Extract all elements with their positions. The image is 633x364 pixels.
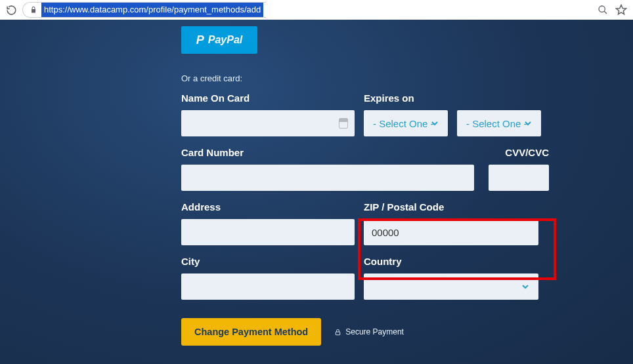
- bookmark-star-icon[interactable]: [615, 3, 628, 16]
- expires-on-label: Expires on: [364, 92, 544, 104]
- address-bar[interactable]: https://www.datacamp.com/profile/payment…: [22, 2, 266, 18]
- expiry-month-select[interactable]: - Select One -: [364, 110, 448, 136]
- svg-marker-2: [617, 5, 626, 14]
- cvv-label: CVV/CVC: [489, 147, 549, 158]
- city-input[interactable]: [181, 273, 355, 300]
- cvv-input[interactable]: [489, 165, 549, 191]
- zip-input[interactable]: [364, 219, 538, 245]
- zoom-icon[interactable]: [596, 3, 609, 16]
- country-label: Country: [364, 256, 538, 267]
- country-select[interactable]: [364, 273, 538, 300]
- address-input[interactable]: [181, 219, 355, 245]
- expiry-year-placeholder: - Select One -: [466, 118, 527, 129]
- secure-payment-badge: Secure Payment: [334, 327, 404, 336]
- name-on-card-input[interactable]: [181, 110, 355, 136]
- svg-point-0: [599, 6, 605, 12]
- url-text: https://www.datacamp.com/profile/payment…: [41, 3, 263, 17]
- browser-toolbar: https://www.datacamp.com/profile/payment…: [0, 0, 633, 20]
- card-number-input[interactable]: [181, 165, 474, 191]
- paypal-label: PayPal: [208, 34, 242, 46]
- svg-rect-3: [336, 332, 340, 335]
- reload-icon[interactable]: [5, 4, 17, 16]
- city-label: City: [181, 256, 355, 267]
- or-credit-card-text: Or a credit card:: [181, 73, 549, 83]
- name-on-card-label: Name On Card: [181, 92, 355, 104]
- svg-line-1: [604, 11, 607, 14]
- payment-form: P PayPal Or a credit card: Name On Card …: [181, 20, 549, 346]
- page-content: P PayPal Or a credit card: Name On Card …: [0, 20, 633, 364]
- autofill-contact-icon[interactable]: [339, 118, 348, 129]
- paypal-button[interactable]: P PayPal: [181, 26, 257, 54]
- card-number-label: Card Number: [181, 147, 474, 158]
- lock-icon: [30, 6, 37, 14]
- paypal-logo-icon: P: [196, 33, 204, 47]
- chevron-down-icon: [523, 118, 533, 129]
- chevron-down-icon: [429, 118, 440, 129]
- chevron-down-icon: [520, 281, 531, 292]
- secure-payment-label: Secure Payment: [345, 327, 404, 336]
- zip-label: ZIP / Postal Code: [364, 201, 538, 212]
- expiry-year-select[interactable]: - Select One -: [457, 110, 541, 136]
- lock-icon: [334, 329, 341, 336]
- address-label: Address: [181, 201, 355, 212]
- change-payment-method-button[interactable]: Change Payment Method: [181, 318, 321, 346]
- expiry-month-placeholder: - Select One -: [373, 118, 434, 129]
